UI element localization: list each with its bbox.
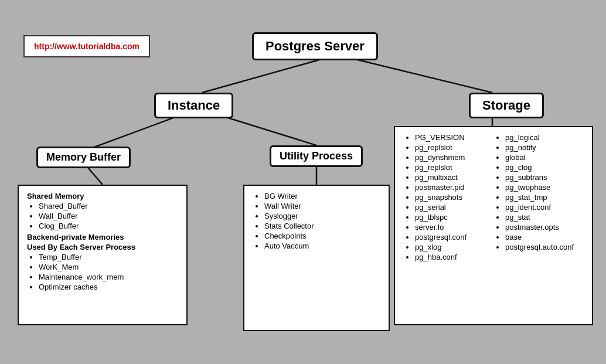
list-item: WorK_Mem	[39, 263, 178, 271]
list-item: postgresql.auto.conf	[505, 243, 584, 251]
list-item: PG_VERSION	[415, 133, 493, 142]
list-item: pg_ident.conf	[505, 203, 584, 212]
list-item: pg_xlog	[415, 243, 493, 251]
list-item: pg_dynshmem	[415, 153, 493, 162]
list-item: Shared_Buffer	[39, 202, 178, 210]
list-item: pg_clog	[505, 163, 584, 172]
list-item: postmaster.opts	[505, 223, 584, 232]
list-item: Auto Vaccum	[264, 241, 380, 250]
list-item: Temp_Buffer	[39, 253, 178, 261]
list-item: Syslogger	[264, 212, 380, 220]
svg-line-0	[202, 60, 319, 93]
list-item: Clog_Buffer	[39, 222, 178, 230]
storage-content-box: PG_VERSION pg_replslot pg_dynshmem pg_re…	[394, 126, 593, 325]
list-item: pg_subtrans	[505, 173, 584, 182]
list-item: Stats Collector	[264, 222, 380, 230]
list-item: pg_twophase	[505, 183, 584, 192]
list-item: base	[505, 233, 584, 241]
list-item: Checkpoints	[264, 232, 380, 240]
shared-memory-list: Shared_Buffer Wall_Buffer Clog_Buffer	[27, 202, 178, 230]
memory-content-box: Shared Memory Shared_Buffer Wall_Buffer …	[18, 185, 188, 325]
list-item: pg_serial	[415, 203, 493, 212]
node-postgres: Postgres Server	[252, 32, 378, 60]
list-item: pg_replslot	[415, 143, 493, 152]
list-item: Optimizer caches	[39, 283, 178, 291]
node-utility-process: Utility Process	[270, 145, 363, 167]
utility-content-box: BG Writer Wall Writer Syslogger Stats Co…	[243, 185, 390, 331]
utility-list: BG Writer Wall Writer Syslogger Stats Co…	[253, 192, 380, 250]
list-item: Maintenance_work_mem	[39, 273, 178, 281]
list-item: pg_snapshots	[415, 193, 493, 202]
storage-col-1: PG_VERSION pg_replslot pg_dynshmem pg_re…	[403, 133, 493, 318]
list-item: BG Writer	[264, 192, 380, 200]
list-item: global	[505, 153, 584, 162]
shared-memory-title: Shared Memory	[27, 192, 178, 200]
list-item: server.lo	[415, 223, 493, 232]
website-url: http://www.tutorialdba.com	[34, 42, 139, 51]
list-item: Wall Writer	[264, 202, 380, 210]
list-item: pg_replslot	[415, 163, 493, 172]
storage-list-1: PG_VERSION pg_replslot pg_dynshmem pg_re…	[403, 133, 493, 261]
list-item: pg_notify	[505, 143, 584, 152]
list-item: Wall_Buffer	[39, 212, 178, 220]
list-item: pg_tblspc	[415, 213, 493, 222]
storage-list-2: pg_logical pg_notify global pg_clog pg_s…	[493, 133, 584, 251]
private-memory-list: Temp_Buffer WorK_Mem Maintenance_work_me…	[27, 253, 178, 291]
used-by-title: Used By Each Server Process	[27, 243, 178, 251]
node-storage: Storage	[469, 93, 544, 118]
list-item: pg_stat_tmp	[505, 193, 584, 202]
node-memory-buffer: Memory Buffer	[36, 147, 131, 168]
list-item: pg_stat	[505, 213, 584, 222]
node-instance: Instance	[154, 93, 233, 118]
list-item: pg_multixact	[415, 173, 493, 182]
list-item: pg_logical	[505, 133, 584, 142]
svg-line-1	[358, 60, 492, 93]
list-item: postmaster.pid	[415, 183, 493, 192]
website-badge: http://www.tutorialdba.com	[23, 35, 150, 57]
list-item: postgresql.conf	[415, 233, 493, 241]
list-item: pg_hba.conf	[415, 253, 493, 261]
backend-title: Backend-private Memories	[27, 233, 178, 241]
storage-col-2: pg_logical pg_notify global pg_clog pg_s…	[493, 133, 584, 318]
svg-line-4	[88, 168, 103, 185]
